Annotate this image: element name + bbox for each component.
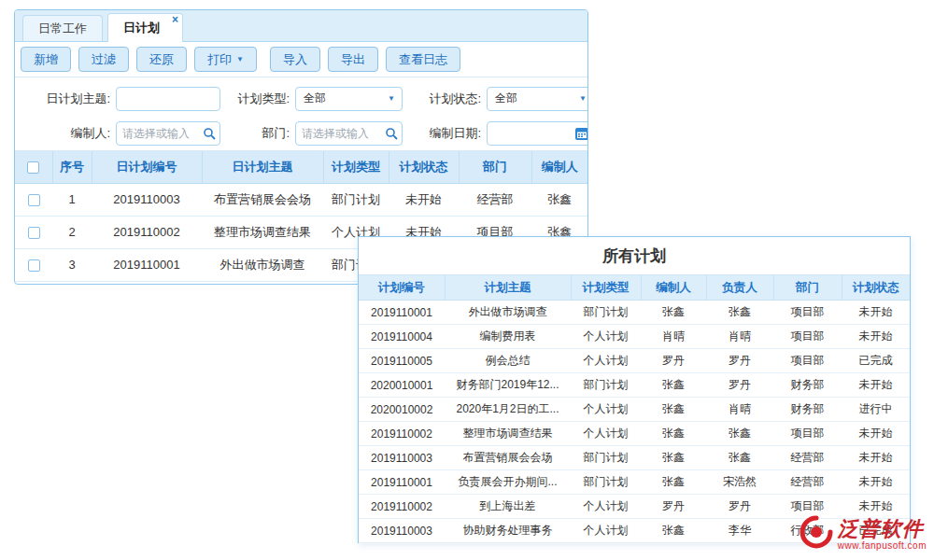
cell-creator: 罗丹 (641, 349, 706, 373)
screen: 日常工作 日计划 × 新增 过滤 还原 打印 ▼ 导入 导出 查看日志 日计划主… (0, 0, 934, 560)
cell-plan-no: 2019110003 (359, 446, 445, 470)
cell-owner: 张鑫 (706, 301, 773, 325)
col-subject: 日计划主题 (202, 151, 323, 183)
search-icon[interactable] (203, 127, 216, 140)
cell-creator: 张鑫 (641, 422, 706, 446)
search-icon[interactable] (385, 127, 398, 140)
cell-type: 部门计划 (323, 183, 389, 216)
view-log-button[interactable]: 查看日志 (386, 47, 460, 72)
subject-input[interactable] (116, 87, 220, 111)
calendar-icon[interactable] (574, 126, 588, 141)
all-plans-row[interactable]: 2020010001财务部门2019年12...部门计划张鑫罗丹财务部未开始 (359, 373, 910, 398)
all-plans-window: 所有计划 计划编号 计划主题 计划类型 编制人 负责人 部门 计划状态 2019… (358, 236, 911, 543)
all-plans-row[interactable]: 2019110004编制费用表个人计划肖晴肖晴项目部未开始 (359, 325, 910, 349)
cell-subject[interactable]: 整理市场调查结果 (202, 216, 323, 248)
all-plans-row[interactable]: 2019110005例会总结个人计划罗丹罗丹项目部已完成 (359, 349, 910, 373)
filter-button[interactable]: 过滤 (78, 47, 129, 72)
cell-subject: 负责展会开办期间... (445, 470, 571, 495)
cell-plan-no[interactable]: 2019110003 (92, 183, 202, 216)
cell-plan-no[interactable]: 2019110001 (92, 248, 202, 281)
col-status: 计划状态 (389, 151, 459, 183)
cell-owner: 肖晴 (706, 325, 773, 349)
cell-creator: 张鑫 (531, 183, 587, 216)
tab-label: 日计划 (123, 20, 160, 36)
all-plans-row[interactable]: 2019110002整理市场调查结果个人计划张鑫张鑫项目部未开始 (359, 422, 910, 446)
cell-status: 未开始 (842, 301, 910, 325)
col-creator: 编制人 (641, 275, 706, 301)
cell-plan-no: 2019110001 (359, 301, 445, 325)
cell-creator: 张鑫 (641, 446, 706, 470)
export-button[interactable]: 导出 (328, 47, 378, 72)
restore-button[interactable]: 还原 (136, 47, 187, 72)
cell-owner: 罗丹 (706, 495, 773, 519)
table-header-row: 序号 日计划编号 日计划主题 计划类型 计划状态 部门 编制人 (15, 151, 587, 183)
row-checkbox[interactable] (28, 259, 40, 272)
row-checkbox[interactable] (28, 227, 40, 239)
cell-subject: 财务部门2019年12... (445, 373, 571, 398)
cell-dept: 项目部 (773, 349, 842, 373)
date-input[interactable] (487, 121, 588, 146)
checkbox-cell (15, 248, 52, 281)
date-label: 编制日期: (419, 125, 481, 142)
tab-daily-work[interactable]: 日常工作 (22, 15, 103, 41)
col-subject: 计划主题 (445, 275, 571, 301)
daily-plan-row[interactable]: 12019110003布置营销展会会场部门计划未开始经营部张鑫 (15, 183, 587, 216)
cell-creator: 张鑫 (641, 373, 706, 398)
cell-subject: 到上海出差 (445, 495, 571, 519)
col-plan-no: 日计划编号 (92, 151, 202, 183)
tab-bar: 日常工作 日计划 × (15, 10, 587, 42)
all-plans-row[interactable]: 2019110001负责展会开办期间...部门计划张鑫宋浩然经营部未开始 (359, 470, 910, 495)
subject-label: 日计划主题: (32, 91, 110, 107)
chevron-down-icon: ▼ (388, 94, 395, 103)
cell-dept: 项目部 (773, 325, 842, 349)
print-button[interactable]: 打印 ▼ (194, 47, 257, 72)
cell-seq: 1 (52, 183, 92, 216)
cell-plan-no: 2019110005 (359, 349, 445, 373)
cell-subject: 布置营销展会会场 (445, 446, 571, 470)
all-plans-table: 计划编号 计划主题 计划类型 编制人 负责人 部门 计划状态 201911000… (359, 274, 910, 543)
toolbar: 新增 过滤 还原 打印 ▼ 导入 导出 查看日志 (15, 42, 587, 77)
cell-status: 未开始 (842, 373, 910, 398)
col-plan-no: 计划编号 (359, 275, 445, 301)
cell-type: 个人计划 (571, 519, 641, 543)
import-button[interactable]: 导入 (270, 47, 320, 72)
status-label: 计划状态: (419, 91, 481, 107)
cell-plan-no[interactable]: 2019110002 (92, 216, 202, 248)
filter-row-1: 日计划主题: 计划类型: 全部 ▼ 计划状态: 全部 ▼ (15, 81, 587, 116)
cell-status: 未开始 (842, 422, 910, 446)
tab-daily-plan[interactable]: 日计划 × (107, 13, 183, 42)
cell-plan-no: 2019110002 (359, 422, 445, 446)
select-all-checkbox[interactable] (27, 161, 39, 174)
cell-type: 个人计划 (571, 495, 641, 519)
col-dept: 部门 (459, 151, 531, 183)
cell-owner: 罗丹 (706, 349, 773, 373)
all-plans-row[interactable]: 2019110003布置营销展会会场部门计划张鑫张鑫经营部未开始 (359, 446, 910, 470)
cell-type: 部门计划 (571, 301, 641, 325)
cell-subject[interactable]: 外出做市场调查 (202, 248, 323, 281)
tab-label: 日常工作 (38, 21, 87, 37)
cell-creator: 张鑫 (641, 519, 706, 543)
cell-owner: 罗丹 (706, 373, 773, 398)
cell-owner: 李华 (706, 519, 773, 543)
cell-type: 个人计划 (571, 398, 641, 422)
cell-type: 部门计划 (571, 446, 641, 470)
cell-type: 部门计划 (571, 470, 641, 495)
checkbox-cell (15, 216, 52, 248)
creator-label: 编制人: (32, 125, 110, 142)
add-button[interactable]: 新增 (21, 47, 71, 72)
chevron-down-icon: ▼ (236, 55, 244, 63)
cell-plan-no: 2020010001 (359, 373, 445, 398)
type-select[interactable]: 全部 ▼ (295, 87, 403, 111)
cell-seq: 2 (52, 216, 92, 248)
row-checkbox[interactable] (28, 194, 40, 206)
all-plans-row[interactable]: 2019110001外出做市场调查部门计划张鑫张鑫项目部未开始 (359, 301, 910, 325)
cell-subject[interactable]: 布置营销展会会场 (202, 183, 323, 216)
cell-type: 个人计划 (571, 349, 641, 373)
col-type: 计划类型 (571, 275, 641, 301)
status-select[interactable]: 全部 ▼ (487, 87, 588, 111)
cell-subject: 协助财务处理事务 (445, 519, 571, 543)
cell-owner: 宋浩然 (706, 470, 773, 495)
fanpu-logo-icon (800, 515, 833, 553)
all-plans-row[interactable]: 20200100022020年1月2日的工...个人计划张鑫肖晴财务部进行中 (359, 398, 910, 422)
close-tab-icon[interactable]: × (172, 14, 178, 25)
